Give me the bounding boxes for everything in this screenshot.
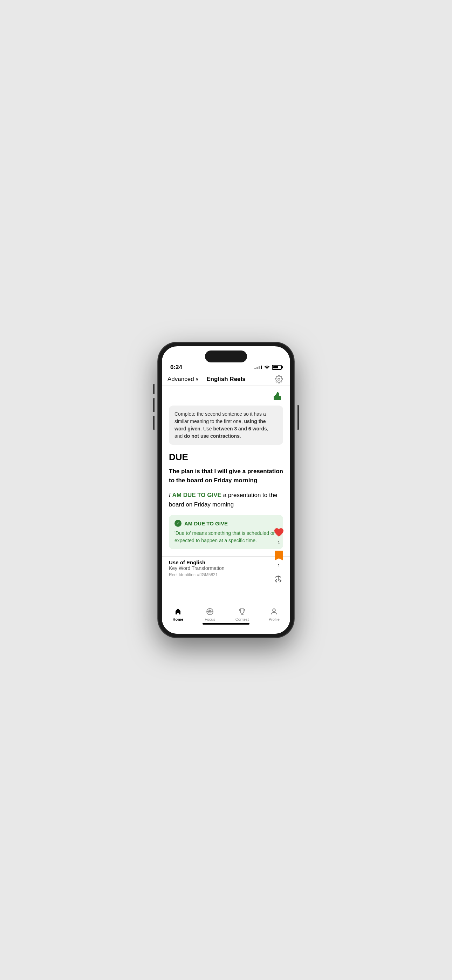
level-selector[interactable]: Advanced ∨	[167, 376, 199, 383]
signal-icon	[255, 366, 262, 369]
instruction-bold-3: do not use contractions	[184, 433, 240, 439]
contest-icon	[237, 607, 247, 616]
focus-icon	[205, 607, 215, 616]
bookmark-count: 1	[277, 563, 280, 568]
main-content: Complete the second sentence so it has a…	[162, 406, 290, 549]
bottom-info-category: Use of English	[169, 559, 283, 565]
nav-header: Advanced ∨ English Reels	[162, 373, 290, 385]
level-text: Advanced	[167, 376, 194, 383]
question-label: DUE	[169, 452, 283, 463]
status-time: 6:24	[170, 364, 182, 371]
side-actions: 1 1	[272, 526, 285, 585]
instruction-box: Complete the second sentence so it has a…	[169, 406, 283, 445]
instruction-text-2: . Use	[201, 426, 213, 431]
bottom-info-subcategory: Key Word Transformation	[169, 565, 283, 571]
phone-shell: 6:24	[158, 342, 294, 638]
answer-card: ✓ AM DUE TO GIVE 'Due to' means somethin…	[169, 515, 283, 549]
answer-card-header: ✓ AM DUE TO GIVE	[175, 520, 277, 527]
tab-focus[interactable]: Focus	[199, 607, 220, 621]
status-icons	[255, 364, 282, 370]
tab-home-label: Home	[172, 617, 183, 621]
mute-button[interactable]	[153, 384, 154, 394]
svg-point-0	[278, 378, 280, 380]
volume-down-button[interactable]	[153, 416, 154, 430]
battery-icon	[272, 365, 282, 370]
phone-wrapper: 6:24	[158, 342, 294, 638]
home-icon	[173, 607, 183, 616]
volume-up-button[interactable]	[153, 398, 154, 412]
svg-rect-1	[274, 396, 275, 400]
nav-title: English Reels	[206, 376, 245, 383]
instruction-bold-2: between 3 and 6 words	[213, 426, 267, 431]
bookmark-button[interactable]: 1	[272, 549, 285, 568]
tab-home[interactable]: Home	[167, 607, 188, 621]
chevron-down-icon: ∨	[196, 377, 199, 382]
answer-phrase: AM DUE TO GIVE	[184, 520, 228, 527]
answer-green-highlight: AM DUE TO GIVE	[172, 492, 221, 498]
status-bar: 6:24	[162, 363, 290, 373]
like-count: 1	[277, 540, 280, 545]
instruction-text-4: .	[240, 433, 241, 439]
dynamic-island	[205, 350, 247, 363]
settings-button[interactable]	[273, 374, 285, 385]
tab-focus-label: Focus	[205, 617, 215, 621]
home-indicator	[202, 623, 250, 625]
content-area[interactable]: Complete the second sentence so it has a…	[162, 386, 290, 604]
share-button[interactable]	[272, 573, 285, 585]
share-icon	[272, 573, 285, 585]
tab-contest-label: Contest	[236, 617, 249, 621]
thumbs-up-container	[162, 386, 290, 406]
wifi-icon	[264, 364, 270, 370]
profile-icon	[269, 607, 279, 616]
phone-screen: 6:24	[162, 346, 290, 634]
answer-italic-prefix: I	[169, 492, 170, 498]
tab-bar: Home	[162, 604, 290, 634]
check-icon: ✓	[175, 520, 181, 527]
tab-profile-label: Profile	[269, 617, 280, 621]
original-sentence: The plan is that I will give a presentat…	[169, 467, 283, 485]
power-button[interactable]	[298, 405, 299, 430]
answer-explanation: 'Due to' means something that is schedul…	[175, 530, 277, 544]
svg-point-3	[210, 611, 210, 612]
reel-identifier: Reel Identifier: #JGM5821	[169, 573, 283, 577]
tab-profile[interactable]: Profile	[264, 607, 285, 621]
tab-bar-inner: Home	[162, 607, 290, 621]
heart-icon	[272, 526, 285, 539]
bottom-info: Use of English Key Word Transformation R…	[162, 556, 290, 581]
answer-sentence: I AM DUE TO GIVE a presentation to the b…	[169, 490, 283, 509]
svg-point-9	[272, 609, 275, 612]
thumbs-up-button[interactable]	[272, 390, 285, 403]
tab-contest[interactable]: Contest	[232, 607, 253, 621]
bookmark-icon	[272, 549, 285, 562]
like-button[interactable]: 1	[272, 526, 285, 545]
